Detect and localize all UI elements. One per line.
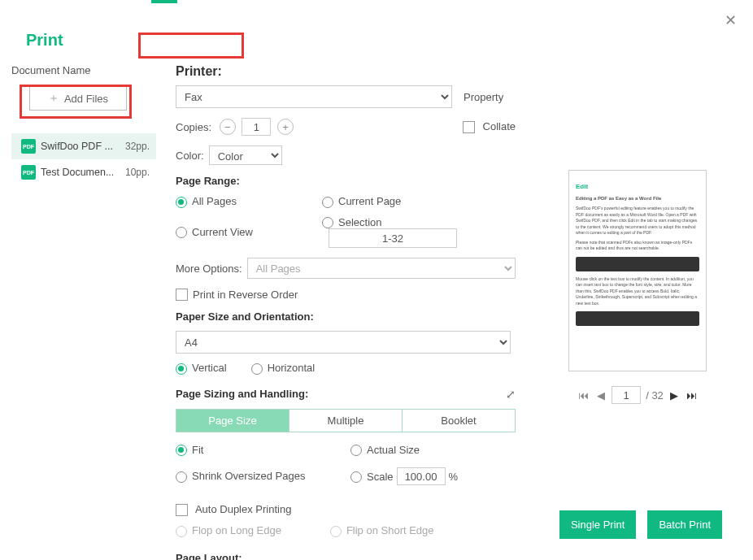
all-pages-radio[interactable]: [176, 197, 187, 208]
all-pages-label: All Pages: [192, 195, 237, 207]
selection-radio[interactable]: [322, 217, 333, 228]
actual-size-radio[interactable]: [350, 445, 362, 456]
current-view-radio[interactable]: [176, 227, 187, 238]
printer-property-link[interactable]: Property: [464, 91, 503, 103]
layout-header: Page Layout:: [176, 552, 516, 560]
vertical-label: Vertical: [192, 362, 227, 374]
pdf-icon: PDF: [21, 139, 36, 154]
preview-sub: Editing a PDF as Easy as a Word File: [576, 195, 699, 202]
duplex-checkbox[interactable]: [176, 504, 188, 516]
paper-size-select[interactable]: A4: [176, 331, 511, 354]
fit-radio[interactable]: [176, 445, 187, 456]
fit-label: Fit: [192, 444, 203, 456]
current-page-radio[interactable]: [322, 197, 333, 208]
first-page-icon[interactable]: ⏮: [577, 389, 590, 402]
add-files-button[interactable]: ＋ Add Files: [29, 86, 127, 111]
current-view-label: Current View: [192, 226, 253, 238]
preview-toolbar-image: [576, 311, 699, 326]
prev-page-icon[interactable]: ◀: [595, 389, 607, 402]
add-files-label: Add Files: [64, 93, 108, 105]
copies-plus-button[interactable]: +: [277, 119, 294, 135]
tab-page-size[interactable]: Page Size: [176, 410, 289, 432]
handling-icon[interactable]: ⤢: [506, 388, 516, 401]
collate-checkbox[interactable]: [463, 121, 475, 133]
copies-input[interactable]: [242, 118, 271, 136]
current-page-label: Current Page: [338, 195, 401, 207]
left-panel: Document Name ＋ Add Files PDF SwifDoo PD…: [11, 64, 156, 560]
next-page-icon[interactable]: ▶: [668, 389, 680, 402]
collate-label: Collate: [483, 120, 516, 132]
tab-booklet[interactable]: Booklet: [403, 410, 515, 432]
file-pages: 32pp.: [125, 141, 150, 152]
top-accent: [151, 0, 177, 3]
printer-select[interactable]: Fax: [176, 85, 452, 108]
reverse-checkbox[interactable]: [176, 289, 188, 301]
settings-panel: Printer: Fax Property Copies: − + Collat…: [156, 64, 524, 560]
copies-minus-button[interactable]: −: [220, 119, 236, 135]
selection-range-input[interactable]: [329, 228, 457, 248]
plus-icon: ＋: [48, 91, 59, 106]
batch-print-button[interactable]: Batch Print: [647, 510, 722, 539]
long-edge-radio: [176, 526, 187, 537]
file-name: Test Documen...: [41, 167, 125, 178]
color-select[interactable]: Color: [209, 145, 282, 165]
file-row[interactable]: PDF Test Documen... 10pp.: [11, 159, 156, 185]
short-edge-radio: [330, 526, 342, 537]
vertical-radio[interactable]: [176, 363, 187, 375]
horizontal-label: Horizontal: [268, 362, 316, 374]
print-dialog: ✕ Print Document Name ＋ Add Files PDF Sw…: [0, 0, 753, 560]
actual-size-label: Actual Size: [367, 444, 420, 456]
horizontal-radio[interactable]: [251, 363, 263, 375]
printer-label: Printer:: [176, 64, 511, 79]
pdf-icon: PDF: [21, 165, 36, 180]
file-name: SwifDoo PDF ...: [41, 141, 125, 152]
long-edge-label: Flop on Long Edge: [192, 524, 281, 536]
sizing-tabs: Page Size Multiple Booklet: [176, 409, 516, 432]
scale-label: Scale: [367, 471, 394, 483]
reverse-label: Print in Reverse Order: [193, 289, 298, 301]
dialog-title: Print: [11, 11, 730, 50]
more-options-label: More Options:: [176, 263, 242, 275]
color-label: Color:: [176, 150, 204, 162]
sizing-header: Page Sizing and Handling:: [176, 388, 308, 400]
copies-label: Copies:: [176, 121, 211, 133]
doc-name-label: Document Name: [11, 64, 156, 76]
file-row[interactable]: PDF SwifDoo PDF ... 32pp.: [11, 133, 156, 159]
close-icon[interactable]: ✕: [725, 11, 737, 29]
selection-label: Selection: [338, 216, 381, 228]
preview-body-text: Please note that scanned PDFs also known…: [576, 240, 699, 252]
file-list: PDF SwifDoo PDF ... 32pp. PDF Test Docum…: [11, 133, 156, 185]
page-number-input[interactable]: [612, 386, 641, 404]
shrink-radio[interactable]: [176, 471, 187, 483]
preview-nav: ⏮ ◀ / 32 ▶ ⏭: [545, 386, 730, 404]
tab-multiple[interactable]: Multiple: [289, 410, 403, 432]
scale-radio[interactable]: [350, 471, 362, 483]
preview-heading: Edit: [576, 182, 699, 192]
paper-header: Paper Size and Orientation:: [176, 310, 516, 323]
shrink-label: Shrink Oversized Pages: [192, 470, 305, 482]
preview-body-text: Mouse click on the text box to modify th…: [576, 276, 699, 307]
page-range-header: Page Range:: [176, 175, 516, 187]
preview-page: Edit Editing a PDF as Easy as a Word Fil…: [568, 170, 707, 371]
preview-toolbar-image: [576, 257, 699, 271]
duplex-label: Auto Duplex Printing: [195, 503, 292, 515]
preview-body-text: SwifDoo PDF's powerful editing feature e…: [576, 206, 699, 237]
file-pages: 10pp.: [125, 167, 150, 178]
short-edge-label: Flip on Short Edge: [346, 524, 434, 536]
page-total-label: / 32: [646, 389, 664, 402]
last-page-icon[interactable]: ⏭: [685, 389, 699, 402]
more-options-select[interactable]: All Pages: [247, 258, 516, 279]
preview-panel: Edit Editing a PDF as Easy as a Word Fil…: [524, 64, 730, 560]
single-print-button[interactable]: Single Print: [559, 510, 636, 539]
percent-label: %: [449, 471, 459, 483]
scale-input[interactable]: [397, 467, 446, 485]
